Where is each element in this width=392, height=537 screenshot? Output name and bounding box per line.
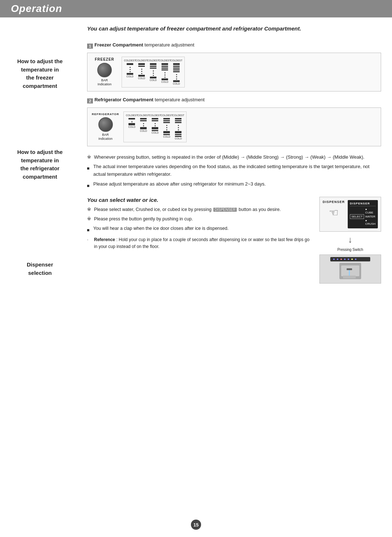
bullet-note-1: The actual inner temperature varies depe… xyxy=(87,163,381,178)
page-title: Operation xyxy=(11,3,62,15)
svg-rect-0 xyxy=(330,257,370,261)
dispenser-heading: Dispenser selection xyxy=(5,261,74,277)
left-sidebar: How to adjust the temperature in the fre… xyxy=(0,17,80,294)
fridge-bar-col-1: COLDEST COLD xyxy=(127,114,137,140)
dispenser-left: You can select water or ice. ※ Please se… xyxy=(87,197,312,284)
dispenser-note-1: ※ Please select water, Crushed ice, or c… xyxy=(87,206,312,213)
fridge-dial-area: REFRIGERATOR BAR Indication xyxy=(92,113,119,141)
svg-point-7 xyxy=(355,259,356,260)
refrigerator-heading: How to adjust the temperature in the ref… xyxy=(5,148,74,181)
freezer-dial-area: FREEZER BAR Indication xyxy=(92,57,117,86)
svg-point-5 xyxy=(348,259,349,260)
svg-rect-10 xyxy=(349,270,350,276)
svg-point-4 xyxy=(344,259,346,260)
down-arrow-icon: ↓ xyxy=(348,235,352,245)
crush-label: ● CRUSH xyxy=(365,219,376,225)
freezer-temp-label: Freezer Compartment temperature adjustme… xyxy=(94,42,194,48)
step2-number: 2 xyxy=(87,98,93,103)
bullet-note-2: Please adjust temperature as above after… xyxy=(87,180,381,190)
freezer-bar-col-2: COLDEST COLD xyxy=(136,59,147,85)
freezer-bar-col-5: COLDEST xyxy=(171,59,181,85)
refrigerator-section: 2 Refrigerator Compartment temperature a… xyxy=(87,97,381,146)
water-label: WATER xyxy=(365,215,376,218)
freezer-bars: COLDEST COLD COLDE xyxy=(122,57,185,88)
main-content: How to adjust the temperature in the fre… xyxy=(0,17,392,294)
header-bar: Operation xyxy=(0,0,392,17)
svg-point-2 xyxy=(337,259,338,260)
reference-note: · Reference : Hold your cup in place for… xyxy=(87,236,312,250)
fridge-temp-label: Refrigerator Compartment temperature adj… xyxy=(94,97,204,102)
dispenser-notes: ※ Please select water, Crushed ice, or c… xyxy=(87,206,312,250)
dispenser-note-2: ※ Please press the button gently by push… xyxy=(87,215,312,223)
freezer-dial xyxy=(97,63,112,77)
fridge-dial xyxy=(98,117,113,132)
step1-number: 1 xyxy=(87,44,93,49)
freezer-bar-col-1: COLDEST COLD xyxy=(125,59,135,85)
intro-text: You can adjust temperature of freezer co… xyxy=(87,25,381,33)
fridge-bar-col-5: COLDEST xyxy=(173,114,183,140)
bullet-square-2 xyxy=(87,185,89,187)
freezer-bar-indication: BAR Indication xyxy=(98,78,112,86)
svg-rect-9 xyxy=(341,265,359,276)
freezer-section: 1 Freezer Compartment temperature adjust… xyxy=(87,42,381,91)
dispenser-display xyxy=(319,255,381,284)
fridge-bar-indication: BAR Indication xyxy=(98,133,113,141)
fridge-bar-col-4: COLDEST COLD xyxy=(162,114,172,140)
dispenser-bullet-1: You will hear a clap when the ice door c… xyxy=(87,225,312,233)
right-content: You can adjust temperature of freezer co… xyxy=(80,17,392,294)
svg-rect-12 xyxy=(343,276,356,278)
fridge-diagram: REFRIGERATOR BAR Indication COLDEST xyxy=(87,107,381,146)
dispenser-top-diagram: DISPENSER ☜ DISPENSER SELECT ● CUBE WATE… xyxy=(319,197,381,232)
svg-rect-11 xyxy=(347,268,352,270)
fridge-bar-col-2: COLDEST COLD xyxy=(138,114,148,140)
dispenser-right: DISPENSER ☜ DISPENSER SELECT ● CUBE WATE… xyxy=(319,197,381,284)
svg-point-3 xyxy=(340,259,342,260)
dispenser-hand-icon: ☜ xyxy=(329,206,339,219)
dispenser-panel: DISPENSER SELECT ● CUBE WATER ● CRUSH xyxy=(348,200,378,228)
freezer-bar-col-4: COLDEST COLD xyxy=(160,59,170,85)
freezer-bar-col-3: COLDEST COLD xyxy=(148,59,158,85)
bullet-square-1 xyxy=(87,167,89,170)
fridge-adj-header: 2 Refrigerator Compartment temperature a… xyxy=(87,97,381,105)
page-number: 15 xyxy=(191,520,201,530)
notes-section: ※ Whenever pressing button, setting is r… xyxy=(87,154,381,190)
fridge-bar-col-3: COLDEST COLD xyxy=(150,114,160,140)
freezer-heading: How to adjust the temperature in the fre… xyxy=(5,57,74,90)
svg-point-1 xyxy=(333,259,335,260)
pressing-switch-label: Pressing Switch xyxy=(337,248,363,252)
cube-label: ● CUBE xyxy=(365,208,376,214)
freezer-adj-header: 1 Freezer Compartment temperature adjust… xyxy=(87,42,381,50)
freezer-diagram: FREEZER BAR Indication COLDEST xyxy=(87,53,381,91)
svg-point-6 xyxy=(351,259,353,260)
dispenser-section: You can select water or ice. ※ Please se… xyxy=(87,197,381,284)
fridge-bars: COLDEST COLD COLDEST xyxy=(123,111,187,142)
you-can-select-heading: You can select water or ice. xyxy=(87,197,312,203)
asterisk-note: ※ Whenever pressing button, setting is r… xyxy=(87,154,381,161)
dispenser-display-svg xyxy=(328,256,372,282)
dispenser-button-label: DISPENSER xyxy=(213,208,237,212)
select-button[interactable]: SELECT xyxy=(350,214,364,219)
dispenser-bullet-square xyxy=(87,229,89,231)
